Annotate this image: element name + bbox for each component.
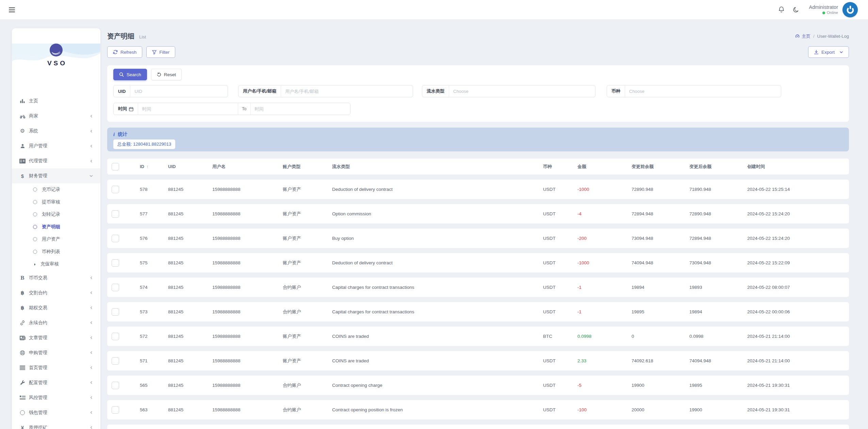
chevron-left-icon — [90, 306, 93, 309]
search-button[interactable]: Search — [113, 69, 147, 80]
sidebar-item-主页[interactable]: 主页 — [12, 94, 100, 109]
cell-account_type: 账户资产 — [283, 211, 332, 217]
breadcrumb-home-link[interactable]: 主页 — [795, 33, 810, 39]
cell-before: 74092.618 — [632, 358, 689, 363]
user-avatar[interactable] — [842, 2, 858, 17]
uid-input[interactable] — [130, 85, 228, 97]
row-checkbox[interactable] — [112, 210, 119, 218]
row-checkbox[interactable] — [112, 308, 119, 316]
sidebar-subitem-币种列表[interactable]: 币种列表 — [12, 246, 100, 258]
column-header-ID[interactable]: ID↑ — [140, 164, 168, 169]
cell-coin: USDT — [543, 236, 577, 241]
sidebar-item-永续合约[interactable]: 永续合约 — [12, 315, 100, 330]
table-row: 57688124515988888888账户资产Buy optionUSDT-2… — [107, 229, 849, 248]
cell-after: 0.0998 — [689, 334, 747, 339]
sidebar-item-风控管理[interactable]: 风控管理 — [12, 390, 100, 405]
sidebar-item-首页管理[interactable]: 首页管理 — [12, 360, 100, 375]
cell-uid: 881245 — [168, 285, 212, 290]
cell-before: 73094.948 — [632, 236, 689, 241]
table-row: 57188124515988888888账户资产COINS are traded… — [107, 351, 849, 370]
topbar-right-cluster: Administrator Online — [776, 0, 858, 19]
flow-type-select[interactable] — [449, 85, 595, 97]
sidebar-item-期权交易[interactable]: ฿期权交易 — [12, 300, 100, 315]
cell-flow_type: Capital charges for contract transaction… — [332, 309, 543, 314]
hamburger-menu-icon[interactable] — [9, 7, 15, 12]
reset-button[interactable]: Reset — [151, 69, 182, 80]
row-checkbox[interactable] — [112, 333, 119, 340]
sidebar-subitem-充币记录[interactable]: 充币记录 — [12, 183, 100, 196]
filter-button[interactable]: Filter — [146, 46, 175, 58]
sidebar-menu: 主页商家⚙系统用户管理代理管理$财务管理充币记录提币审核划转记录资产明细用户资产… — [12, 94, 100, 429]
sidebar-item-文章管理[interactable]: 文章管理 — [12, 330, 100, 345]
account-input[interactable] — [281, 85, 413, 97]
calendar-icon — [129, 107, 133, 111]
sidebar-item-label: 配置管理 — [29, 380, 47, 386]
sidebar-item-商家[interactable]: 商家 — [12, 109, 100, 123]
list-icon — [19, 395, 26, 400]
row-checkbox[interactable] — [112, 235, 119, 242]
sort-asc-icon: ↑ — [146, 164, 149, 169]
chevron-left-icon — [90, 321, 93, 324]
sidebar-item-用户管理[interactable]: 用户管理 — [12, 138, 100, 153]
refresh-button[interactable]: Refresh — [107, 46, 142, 58]
sidebar-item-申购管理[interactable]: 申购管理 — [12, 345, 100, 360]
app-root: Administrator Online VSO 主页商家⚙系统 — [0, 0, 868, 429]
sidebar-item-label: 永续合约 — [29, 320, 47, 326]
sidebar-item-钱包管理[interactable]: 钱包管理 — [12, 405, 100, 420]
page-title: 资产明细 — [107, 32, 134, 41]
row-checkbox[interactable] — [112, 357, 119, 365]
cell-id: 576 — [140, 236, 168, 241]
search-panel: Search Reset UID 用户名/手机/邮箱 流水类型 — [107, 65, 849, 122]
notifications-bell-icon[interactable] — [776, 4, 787, 16]
cell-uid: 881245 — [168, 187, 212, 192]
coin-select[interactable] — [625, 85, 781, 97]
sidebar-item-财务管理[interactable]: $财务管理 — [12, 168, 100, 183]
row-checkbox[interactable] — [112, 382, 119, 389]
cell-coin: USDT — [543, 187, 577, 192]
table-row: 57488124515988888888合约账户Capital charges … — [107, 278, 849, 297]
sidebar-subitem-提币审核[interactable]: 提币审核 — [12, 196, 100, 209]
table-row: 56388124515988888888合约账户Contract opening… — [107, 400, 849, 419]
cell-username: 15988888888 — [212, 236, 283, 241]
cell-flow_type: Option commission — [332, 211, 543, 216]
sidebar-item-交割合约[interactable]: ฿交割合约 — [12, 285, 100, 300]
cell-after: 19893 — [689, 285, 747, 290]
coin-label: 币种 — [607, 85, 625, 97]
cell-uid: 881245 — [168, 309, 212, 314]
sidebar-subitem-划转记录[interactable]: 划转记录 — [12, 208, 100, 221]
chevron-left-icon — [90, 291, 93, 294]
sidebar-item-币币交易[interactable]: B币币交易 — [12, 270, 100, 285]
sidebar-item-配置管理[interactable]: 配置管理 — [12, 375, 100, 390]
time-from-input[interactable] — [138, 103, 238, 115]
wallet-log-table: ID↑UID用户名账户类型流水类型币种金额变更前余额变更后余额创建时间 5788… — [107, 159, 849, 429]
row-checkbox[interactable] — [112, 284, 119, 291]
row-checkbox[interactable] — [112, 186, 119, 193]
sidebar-subitem-充值审核[interactable]: ◑充值审核 — [12, 258, 100, 270]
cell-amount: 2.33 — [577, 358, 632, 363]
sidebar-item-质押挖矿[interactable]: ¥质押挖矿 — [12, 420, 100, 429]
cell-username: 15988888888 — [212, 407, 283, 412]
cell-uid: 881245 — [168, 236, 212, 241]
link-icon — [19, 320, 26, 326]
row-checkbox[interactable] — [112, 406, 119, 414]
cell-amount: -4 — [577, 211, 632, 216]
column-header-创建时间: 创建时间 — [747, 164, 849, 170]
column-header-用户名: 用户名 — [212, 164, 283, 170]
toolbar: Refresh Filter Export — [107, 46, 849, 58]
select-all-checkbox[interactable] — [112, 163, 119, 170]
time-label: 时间 — [114, 103, 138, 115]
cell-id: 575 — [140, 260, 168, 265]
sidebar-subitem-用户资产[interactable]: 用户资产 — [12, 233, 100, 246]
dark-mode-moon-icon[interactable] — [790, 4, 802, 16]
sidebar-item-label: 主页 — [29, 98, 38, 104]
row-checkbox[interactable] — [112, 259, 119, 267]
id-card-icon — [19, 159, 26, 164]
time-to-input[interactable] — [251, 103, 350, 115]
cell-id: 574 — [140, 285, 168, 290]
sidebar-item-代理管理[interactable]: 代理管理 — [12, 153, 100, 168]
export-button[interactable]: Export — [808, 46, 849, 58]
uid-field-group: UID — [113, 85, 228, 97]
dollar-icon: $ — [19, 174, 26, 179]
sidebar-item-系统[interactable]: ⚙系统 — [12, 123, 100, 138]
sidebar-subitem-资产明细[interactable]: 资产明细 — [12, 221, 100, 233]
